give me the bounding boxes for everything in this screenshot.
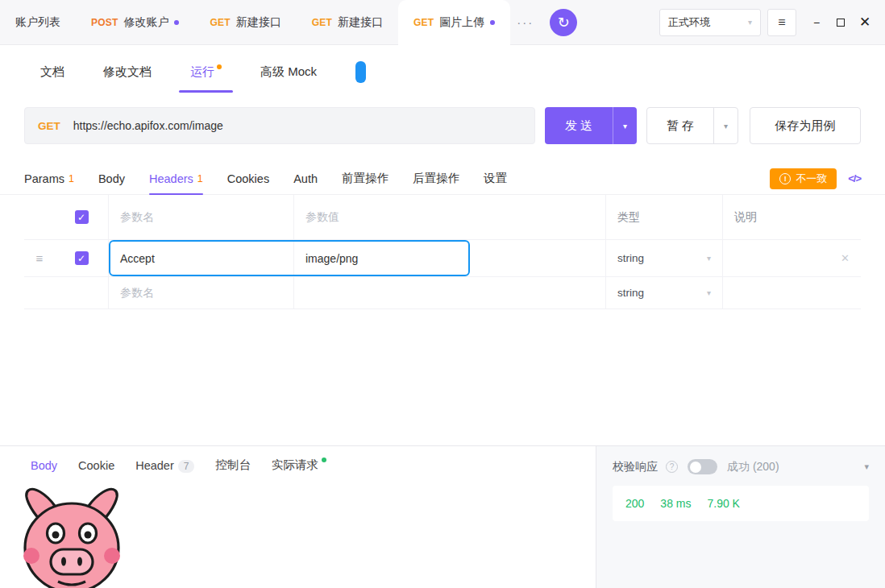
doc-tab-label: 修改账户 [123,15,168,30]
request-tabs-right: ! 不一致 </> [770,168,861,189]
tab-cookies[interactable]: Cookies [227,163,269,194]
count-badge: 1 [197,173,203,184]
param-description-cell[interactable] [723,277,861,308]
row-checkbox[interactable]: ✓ [75,251,89,265]
type-select[interactable]: string ▾ [617,252,711,264]
hamburger-menu-icon[interactable]: ≡ [767,9,796,36]
new-param-name-input[interactable]: 参数名 [109,277,294,308]
tab-edit-docs[interactable]: 修改文档 [103,64,152,80]
checkbox-cell: ✓ [55,240,109,276]
chevron-down-icon[interactable]: ▾ [864,462,869,472]
response-section: Body Cookie Header7 控制台 实际请求 [0,445,885,588]
environment-label: 正式环境 [668,15,710,30]
request-method-label: GET [38,120,60,132]
count-badge: 7 [178,460,195,473]
code-view-icon[interactable]: </> [848,172,861,184]
type-value: string [617,287,644,299]
doc-tab-image-upload-active[interactable]: GET 圖片上傳 [398,0,510,46]
send-dropdown-chevron-icon[interactable]: ▾ [613,107,637,144]
request-url: https://echo.apifox.com/image [73,119,223,132]
param-name-input[interactable]: Accept [109,240,294,276]
doc-tab-new-api-2[interactable]: GET 新建接口 [297,0,398,45]
chevron-down-icon: ▾ [748,18,752,27]
send-button[interactable]: 发 送 ▾ [545,107,637,144]
close-icon[interactable]: ✕ [853,9,877,36]
status-code: 200 [625,497,644,510]
method-label: GET [413,17,434,28]
result-status-label: 成功 (200) [727,460,779,474]
doc-tab-edit-account[interactable]: POST 修改账户 [76,0,194,45]
tab-run-active[interactable]: 运行 [190,64,222,80]
environment-select[interactable]: 正式环境 ▾ [659,9,761,36]
param-type-cell: string ▾ [606,277,723,308]
doc-tab-account-list[interactable]: 账户列表 [0,0,76,45]
stash-dropdown-chevron-icon[interactable]: ▾ [713,108,738,143]
mismatch-button[interactable]: ! 不一致 [770,168,837,189]
tab-params[interactable]: Params 1 [24,163,74,194]
type-value: string [617,252,644,264]
tab-label: 后置操作 [413,171,459,186]
minimize-icon[interactable]: − [804,9,829,36]
tab-label: 控制台 [215,458,251,471]
maximize-icon[interactable] [829,9,853,36]
more-tabs-icon[interactable]: ··· [510,15,540,29]
tab-post-operations[interactable]: 后置操作 [413,163,459,194]
tab-label: 实际请求 [272,458,318,471]
stash-label: 暂 存 [647,108,713,143]
new-param-value-input[interactable] [294,277,606,308]
request-bar: GET https://echo.apifox.com/image 发 送 ▾ … [24,107,861,144]
doc-tab-label: 新建接口 [236,15,281,30]
table-row: ≡ ✓ Accept image/png string ▾ ✕ [24,240,861,277]
tab-response-cookie[interactable]: Cookie [78,459,114,472]
drag-column [24,195,55,239]
drag-cell [24,277,55,308]
param-description-cell[interactable]: ✕ [723,240,861,276]
checkbox-cell [55,277,109,308]
unsaved-dot-icon [490,20,495,25]
param-value-input[interactable]: image/png [294,240,606,276]
pig-face-illustration [11,482,132,588]
type-select[interactable]: string ▾ [617,287,711,299]
titlebar: 账户列表 POST 修改账户 GET 新建接口 GET 新建接口 GET 圖片上… [0,0,885,45]
stash-button[interactable]: 暂 存 ▾ [646,107,738,144]
table-header-row: ✓ 参数名 参数值 类型 说明 [24,195,861,240]
tab-label: 文档 [40,64,64,78]
table-new-row: 参数名 string ▾ [24,277,861,309]
tab-advanced-mock[interactable]: 高级 Mock [260,64,317,80]
tab-settings[interactable]: 设置 [484,163,507,194]
tab-label: 设置 [484,171,507,186]
url-input[interactable]: GET https://echo.apifox.com/image [24,107,535,144]
tab-label: 运行 [190,64,214,78]
delete-row-icon[interactable]: ✕ [841,252,850,264]
drag-handle-icon[interactable]: ≡ [36,251,44,265]
tab-label: 修改文档 [103,64,152,78]
tab-response-header[interactable]: Header7 [135,459,194,472]
column-type: 类型 [606,195,723,239]
validate-response-label: 校验响应 [613,460,658,474]
help-icon[interactable]: ? [666,461,678,473]
column-name: 参数名 [109,195,294,239]
validate-toggle[interactable] [688,459,717,474]
tab-label: Cookie [78,459,114,472]
tab-body[interactable]: Body [98,163,125,194]
modified-dot-icon [217,64,222,69]
tab-console[interactable]: 控制台 [215,458,251,473]
tab-response-body[interactable]: Body [31,459,57,472]
tab-label: Cookies [227,172,269,185]
refresh-icon[interactable]: ↻ [550,9,577,36]
alert-icon: ! [779,173,791,184]
save-as-case-button[interactable]: 保存为用例 [750,107,861,144]
tab-auth[interactable]: Auth [293,163,318,194]
tab-label: Headers [149,172,193,185]
tab-actual-request[interactable]: 实际请求 [272,458,326,473]
request-tabs: Params 1 Body Headers 1 Cookies Auth 前置操… [0,163,885,195]
tab-label: Body [31,459,57,472]
select-all-checkbox[interactable]: ✓ [75,210,89,224]
response-tabs: Body Cookie Header7 控制台 实际请求 [0,446,596,473]
window-controls: − ✕ [804,9,877,36]
method-label: POST [91,17,118,28]
tab-headers-active[interactable]: Headers 1 [149,163,203,194]
doc-tab-new-api-1[interactable]: GET 新建接口 [194,0,296,45]
tab-pre-operations[interactable]: 前置操作 [342,163,388,194]
tab-docs[interactable]: 文档 [40,64,64,80]
